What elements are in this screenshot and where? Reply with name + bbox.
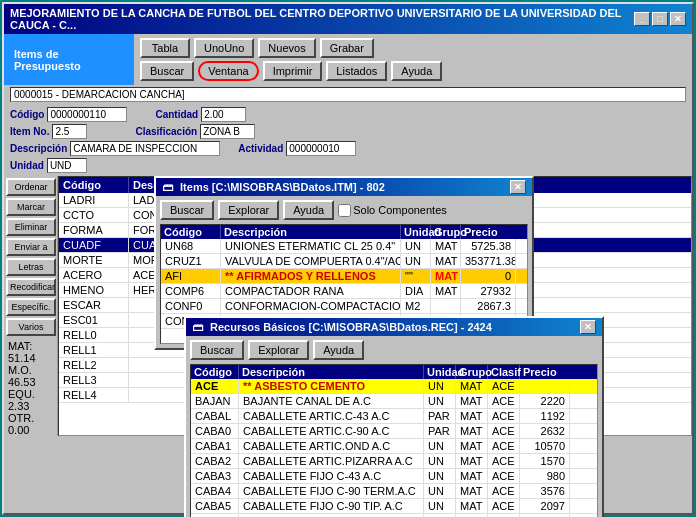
rec-col-desc: Descripción	[239, 365, 424, 379]
items-title: Items de Presupuesto	[14, 48, 124, 72]
title-bar: MEJORAMIENTO DE LA CANCHA DE FUTBOL DEL …	[4, 4, 692, 34]
recursos-table-row[interactable]: CABAL CABALLETE ARTIC.C-43 A.C PAR MAT A…	[191, 409, 597, 424]
ayuda-button[interactable]: Ayuda	[391, 61, 442, 81]
unidad-input[interactable]	[47, 158, 87, 173]
items-table-row[interactable]: UN68 UNIONES ETERMATIC CL 25 0.4" UN MAT…	[161, 239, 527, 254]
maximize-button[interactable]: □	[652, 12, 668, 26]
enviar-button[interactable]: Enviar a	[6, 238, 56, 256]
recursos-table-row[interactable]: CABA4 CABALLETE FIJO C-90 TERM.A.C UN MA…	[191, 484, 597, 499]
eliminar-button[interactable]: Eliminar	[6, 218, 56, 236]
grabar-button[interactable]: Grabar	[320, 38, 374, 58]
close-button[interactable]: ✕	[670, 12, 686, 26]
solo-componentes-label[interactable]: Solo Componentes	[338, 204, 447, 217]
items-popup-icon: 🗃	[162, 181, 173, 193]
items-table-row[interactable]: AFI ** AFIRMADOS Y RELLENOS "" MAT 0	[161, 269, 527, 284]
ordenar-button[interactable]: Ordenar	[6, 178, 56, 196]
items-table-row[interactable]: CRUZ1 VALVULA DE COMPUERTA 0.4"/AC UN MA…	[161, 254, 527, 269]
otr-stat: OTR. 0.00	[8, 412, 53, 436]
letras-button[interactable]: Letras	[6, 258, 56, 276]
imprimir-button[interactable]: Imprimir	[263, 61, 323, 81]
recursos-popup-label: Recursos Básicos	[210, 321, 308, 333]
mo-stat: M.O. 46.53	[8, 364, 53, 388]
recursos-table-row[interactable]: CABA1 CABALLETE ARTIC.OND A.C UN MAT ACE…	[191, 439, 597, 454]
codigo-input[interactable]	[47, 107, 127, 122]
recodificar-button[interactable]: Recodificar	[6, 278, 56, 296]
items-col-grupo: Grupo	[431, 225, 461, 239]
rec-col-codigo: Código	[191, 365, 239, 379]
items-col-precio: Precio	[461, 225, 516, 239]
items-col-desc: Descripción	[221, 225, 401, 239]
items-popup-title: 🗃 Items [C:\MISOBRAS\BDatos.ITM] - 802 ✕	[156, 178, 532, 196]
buscar-button[interactable]: Buscar	[140, 61, 194, 81]
items-explorar-button[interactable]: Explorar	[218, 200, 279, 220]
unidad-label: Unidad	[10, 160, 44, 171]
window-title: MEJORAMIENTO DE LA CANCHA DE FUTBOL DEL …	[10, 7, 634, 31]
codigo-label: Código	[10, 109, 44, 120]
items-col-codigo: Código	[161, 225, 221, 239]
solo-componentes-checkbox[interactable]	[338, 204, 351, 217]
rec-col-unidad: Unidad	[424, 365, 456, 379]
items-buscar-button[interactable]: Buscar	[160, 200, 214, 220]
item-label: Item No.	[10, 126, 49, 137]
cantidad-input[interactable]	[201, 107, 246, 122]
recursos-table-row[interactable]: CABA3 CABALLETE FIJO C-43 A.C UN MAT ACE…	[191, 469, 597, 484]
especific-button[interactable]: Específic.	[6, 298, 56, 316]
marcar-button[interactable]: Marcar	[6, 198, 56, 216]
equ-stat: EQU. 2.33	[8, 388, 53, 412]
items-popup-label: Items	[180, 181, 212, 193]
minimize-button[interactable]: _	[634, 12, 650, 26]
recursos-explorar-button[interactable]: Explorar	[248, 340, 309, 360]
desc-input[interactable]	[70, 141, 220, 156]
nuevos-button[interactable]: Nuevos	[258, 38, 315, 58]
items-table-row[interactable]: COMP6 COMPACTADOR RANA DIA MAT 27932	[161, 284, 527, 299]
items-col-unidad: Unidad	[401, 225, 431, 239]
desc-label: Descripción	[10, 143, 67, 154]
search-input[interactable]	[10, 87, 686, 102]
recursos-table-row[interactable]: CABA5 CABALLETE FIJO C-90 TIP. A.C UN MA…	[191, 499, 597, 514]
recursos-popup-icon: 🗃	[192, 321, 203, 333]
actividad-label: Actividad	[238, 143, 283, 154]
item-input[interactable]	[52, 124, 87, 139]
items-table-row[interactable]: CONF0 CONFORMACION-COMPACTACION S M2 286…	[161, 299, 527, 314]
col-header-codigo: Código	[59, 177, 129, 193]
recursos-table-row[interactable]: CABA0 CABALLETE ARTIC.C-90 A.C PAR MAT A…	[191, 424, 597, 439]
recursos-buscar-button[interactable]: Buscar	[190, 340, 244, 360]
recursos-table-row[interactable]: BAJAN BAJANTE CANAL DE A.C UN MAT ACE 22…	[191, 394, 597, 409]
recursos-popup-close[interactable]: ✕	[580, 320, 596, 334]
recursos-popup: 🗃 Recursos Básicos [C:\MISOBRAS\BDatos.R…	[184, 316, 604, 517]
recursos-ayuda-button[interactable]: Ayuda	[313, 340, 364, 360]
items-popup-path: [C:\MISOBRAS\BDatos.ITM] - 802	[212, 181, 385, 193]
rec-col-precio: Precio	[520, 365, 570, 379]
listados-button[interactable]: Listados	[326, 61, 387, 81]
clasif-label: Clasificación	[135, 126, 197, 137]
clasif-input[interactable]	[200, 124, 255, 139]
rec-col-grupo: Grupo	[456, 365, 488, 379]
varios-button[interactable]: Varios	[6, 318, 56, 336]
rec-col-clasif: Clasif	[488, 365, 520, 379]
unouno-button[interactable]: UnoUno	[194, 38, 254, 58]
recursos-table-row[interactable]: ACE ** ASBESTO CEMENTO UN MAT ACE	[191, 379, 597, 394]
cantidad-label: Cantidad	[155, 109, 198, 120]
recursos-popup-path: [C:\MISOBRAS\BDatos.REC] - 2424	[309, 321, 492, 333]
ventana-button[interactable]: Ventana	[198, 61, 258, 81]
items-popup-close[interactable]: ✕	[510, 180, 526, 194]
items-ayuda-button[interactable]: Ayuda	[283, 200, 334, 220]
recursos-popup-title: 🗃 Recursos Básicos [C:\MISOBRAS\BDatos.R…	[186, 318, 602, 336]
tabla-button[interactable]: Tabla	[140, 38, 190, 58]
recursos-table-row[interactable]: CABA2 CABALLETE ARTIC.PIZARRA A.C UN MAT…	[191, 454, 597, 469]
mat-stat: MAT: 51.14	[8, 340, 53, 364]
actividad-input[interactable]	[286, 141, 356, 156]
